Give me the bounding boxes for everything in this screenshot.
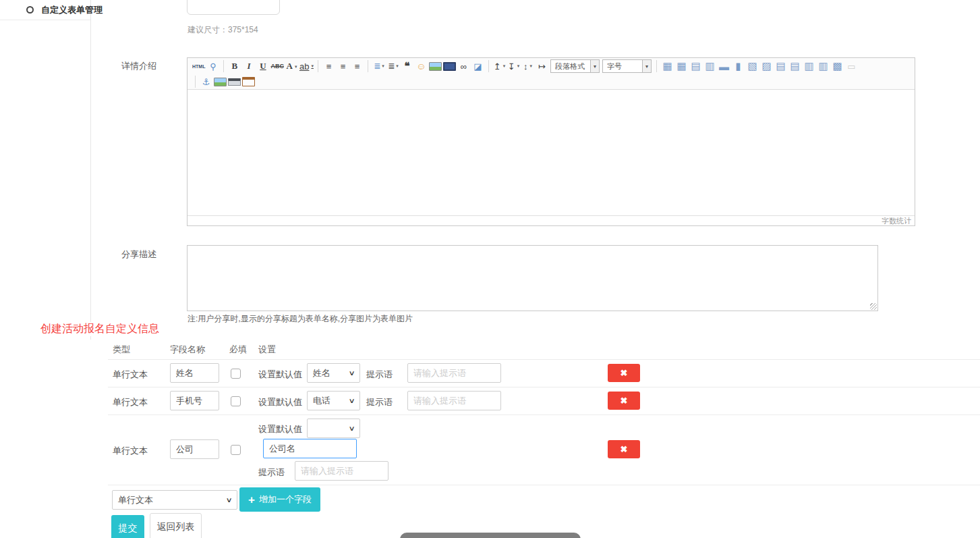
- insert-table-icon[interactable]: ▦: [661, 60, 674, 73]
- spacing-bottom-icon[interactable]: ↧▾: [507, 60, 520, 73]
- chevron-down-icon: ▾: [517, 63, 520, 69]
- prompt-label: 提示语: [366, 396, 393, 408]
- col-header-settings: 设置: [258, 344, 276, 356]
- col-header-field-name: 字段名称: [170, 344, 205, 356]
- chevron-down-icon: ▾: [529, 63, 532, 69]
- field-name-input[interactable]: [170, 391, 219, 410]
- row-props-icon[interactable]: ▥: [703, 60, 716, 73]
- chevron-down-icon: ∨: [225, 496, 232, 504]
- new-field-type-select[interactable]: 单行文本 ∨: [112, 490, 237, 510]
- align-center-icon[interactable]: ≡: [337, 60, 349, 73]
- more-icon[interactable]: ▭: [845, 60, 858, 73]
- split-cells-icon[interactable]: ▧: [746, 60, 759, 73]
- html-source-icon[interactable]: HTML: [192, 60, 205, 73]
- paragraph-format-select[interactable]: 段落格式▾: [550, 59, 600, 73]
- field-name-input[interactable]: [170, 439, 219, 459]
- delete-field-button[interactable]: ✖: [608, 392, 640, 410]
- upload-size-hint: 建议尺寸：375*154: [188, 24, 258, 36]
- detail-intro-label: 详情介绍: [121, 60, 156, 72]
- required-checkbox[interactable]: [231, 445, 241, 455]
- delete-table-icon[interactable]: ▦: [675, 60, 688, 73]
- share-desc-textarea[interactable]: [187, 245, 878, 311]
- prompt-label: 提示语: [258, 466, 285, 479]
- toolbar-separator: [656, 60, 657, 72]
- share-desc-label: 分享描述: [121, 248, 156, 261]
- chevron-down-icon: ∨: [348, 369, 355, 377]
- spacing-top-icon[interactable]: ↥▾: [493, 60, 506, 73]
- insert-media-icon[interactable]: [443, 62, 456, 71]
- field-name-input[interactable]: [170, 363, 219, 383]
- cell-props-icon[interactable]: ▤: [689, 60, 702, 73]
- chevron-down-icon: ∨: [348, 425, 355, 432]
- blockquote-icon[interactable]: ❝: [401, 60, 413, 73]
- select-label: 字号: [603, 61, 642, 72]
- remove-format-icon[interactable]: ◪: [471, 60, 484, 73]
- set-default-label: 设置默认值: [258, 396, 302, 408]
- insert-row-above-icon[interactable]: ▤: [774, 60, 787, 73]
- underline-icon[interactable]: U: [256, 60, 269, 73]
- image-space-icon[interactable]: [214, 78, 227, 86]
- font-color-icon[interactable]: A▾: [285, 60, 298, 73]
- toolbar-separator: [368, 60, 368, 72]
- default-value-select[interactable]: 姓名 ∨: [307, 363, 360, 383]
- font-size-select[interactable]: 字号▾: [602, 59, 652, 73]
- print-icon[interactable]: [228, 78, 241, 86]
- toolbar-separator: [318, 60, 318, 72]
- insert-col-left-icon[interactable]: ▥: [803, 60, 815, 73]
- align-right-icon[interactable]: ≡: [351, 60, 364, 73]
- anchor-icon[interactable]: ⚓: [200, 76, 212, 88]
- line-height-icon[interactable]: ↕▾: [521, 60, 534, 73]
- paste-icon[interactable]: [242, 77, 255, 86]
- ordered-list-icon[interactable]: ≣▾: [372, 60, 385, 73]
- insert-col-right-icon[interactable]: ▥: [817, 60, 830, 73]
- editor-toolbar-row1: HTML⚲BIUABCA▾ab▾≡≡≡≣▾≣▾❝☺∞◪↥▾↧▾↕▾↦段落格式▾字…: [188, 58, 915, 74]
- chevron-down-icon: ▾: [642, 60, 651, 72]
- resize-grip-icon[interactable]: [870, 303, 877, 310]
- sidebar-item-label: 自定义表单管理: [41, 4, 103, 16]
- share-note: 注:用户分享时,显示的分享标题为表单名称,分享图片为表单图片: [188, 313, 413, 325]
- delete-col-icon[interactable]: ▮: [732, 60, 745, 73]
- insert-row-below-icon[interactable]: ▤: [788, 60, 801, 73]
- editor-toolbar-row2: ⚓: [188, 74, 915, 90]
- unordered-list-icon[interactable]: ≣▾: [386, 60, 399, 73]
- toolbar-separator: [488, 60, 489, 72]
- back-to-list-button[interactable]: 返回列表: [150, 513, 202, 538]
- form-image-upload-box[interactable]: [187, 0, 280, 15]
- italic-icon[interactable]: I: [242, 60, 255, 73]
- required-checkbox[interactable]: [231, 396, 241, 406]
- required-checkbox[interactable]: [231, 369, 241, 379]
- add-field-button[interactable]: + 增加一个字段: [239, 487, 320, 512]
- delete-field-button[interactable]: ✖: [608, 364, 640, 382]
- delete-field-button[interactable]: ✖: [608, 440, 640, 458]
- prompt-input[interactable]: [295, 461, 388, 481]
- row-divider: [108, 359, 980, 360]
- submit-button[interactable]: 提交: [111, 515, 144, 538]
- bold-icon[interactable]: B: [228, 60, 241, 73]
- insert-image-icon[interactable]: [429, 62, 442, 71]
- preview-icon[interactable]: ⚲: [206, 60, 219, 73]
- word-count-label[interactable]: 字数统计: [882, 216, 911, 226]
- prompt-input[interactable]: [407, 363, 501, 383]
- default-value-select[interactable]: ∨: [307, 419, 360, 438]
- prompt-input[interactable]: [407, 391, 501, 410]
- default-value-editing-input[interactable]: [263, 439, 357, 458]
- add-field-button-label: 增加一个字段: [259, 493, 312, 506]
- set-default-label: 设置默认值: [258, 369, 302, 381]
- chevron-down-icon: ▾: [382, 63, 384, 69]
- table-props-icon[interactable]: ▩: [831, 60, 844, 73]
- sidebar-item-custom-form-management[interactable]: 自定义表单管理: [0, 0, 90, 20]
- delete-row-icon[interactable]: ▬: [718, 60, 730, 73]
- insert-link-icon[interactable]: ∞: [457, 60, 470, 73]
- select-label: 段落格式: [551, 61, 590, 72]
- merge-cells-icon[interactable]: ▨: [760, 60, 773, 73]
- toolbar-separator: [223, 60, 224, 72]
- default-value-select[interactable]: 电话 ∨: [307, 391, 360, 410]
- strikethrough-icon[interactable]: ABC: [270, 60, 284, 73]
- emoticon-icon[interactable]: ☺: [415, 60, 428, 73]
- field-type-text: 单行文本: [113, 396, 148, 408]
- editor-statusbar: 字数统计: [188, 215, 915, 226]
- indent-icon[interactable]: ↦: [536, 60, 548, 73]
- highlight-color-icon[interactable]: ab▾: [299, 60, 314, 73]
- editor-content-area[interactable]: [188, 90, 915, 215]
- align-left-icon[interactable]: ≡: [322, 60, 335, 73]
